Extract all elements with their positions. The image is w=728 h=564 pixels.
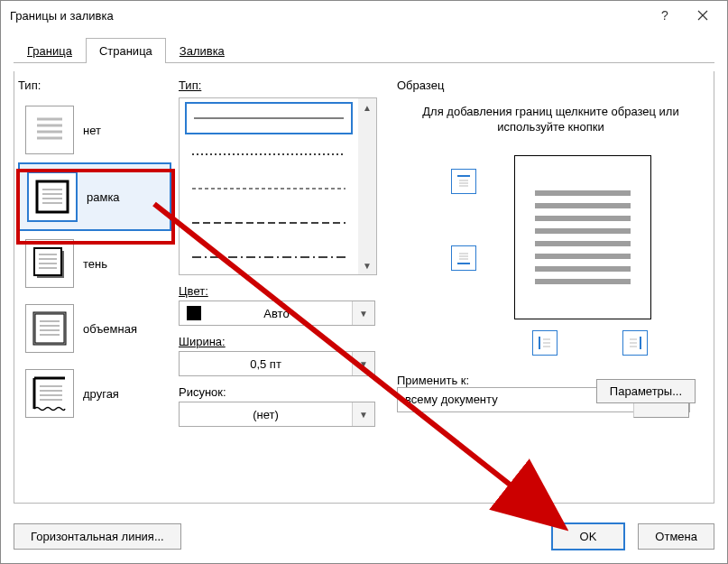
color-value: Авто [201, 307, 352, 320]
setting-list: нет рамка тень [18, 97, 171, 426]
setting-none-label: нет [83, 124, 101, 137]
dropdown-icon[interactable]: ▼ [352, 352, 374, 375]
style-label: Тип: [179, 79, 386, 92]
ok-button[interactable]: OK [551, 522, 626, 550]
cancel-button[interactable]: Отмена [638, 523, 714, 550]
art-label: Рисунок: [179, 385, 386, 399]
content-panel: Тип: нет рамка [14, 71, 714, 504]
tab-border[interactable]: Граница [14, 38, 86, 63]
line-style-dashed-fine[interactable] [185, 172, 353, 205]
art-combo[interactable]: (нет) ▼ [179, 402, 375, 427]
svg-rect-4 [37, 181, 68, 212]
setting-none[interactable]: нет [18, 97, 171, 162]
setting-custom[interactable]: другая [18, 361, 171, 426]
shadow-icon [25, 239, 74, 288]
color-combo[interactable]: Авто ▼ [179, 300, 375, 326]
edge-right-button[interactable] [622, 330, 648, 356]
box-icon [27, 171, 78, 222]
bottom-bar: Горизонтальная линия... OK Отмена [14, 522, 714, 550]
edge-left-button[interactable] [532, 330, 558, 356]
setting-box-label: рамка [87, 190, 120, 204]
color-label: Цвет: [179, 284, 386, 298]
none-icon [25, 106, 74, 154]
width-value: 0,5 пт [180, 357, 352, 371]
close-button[interactable] [684, 3, 722, 28]
setting-box[interactable]: рамка [18, 162, 171, 231]
setting-shadow[interactable]: тень [18, 231, 171, 296]
dropdown-icon[interactable]: ▼ [352, 301, 374, 325]
tab-page[interactable]: Страница [86, 38, 166, 63]
preview-column: Образец Для добавления границ щелкните о… [397, 79, 705, 412]
tab-fill[interactable]: Заливка [166, 38, 238, 63]
art-value: (нет) [180, 408, 352, 421]
preview-area [397, 146, 705, 327]
setting-3d[interactable]: объемная [18, 296, 171, 361]
line-style-dashed[interactable] [185, 207, 353, 239]
color-swatch [187, 306, 201, 320]
style-column: Тип: [179, 79, 386, 427]
edge-top-button[interactable] [451, 169, 476, 194]
scroll-down-icon[interactable]: ▼ [358, 256, 376, 274]
tab-strip: Граница Страница Заливка [14, 37, 714, 63]
preview-label: Образец [397, 79, 705, 92]
dialog-window: Границы и заливка ? Граница Страница Зал… [0, 0, 728, 564]
line-style-solid-thin[interactable] [185, 102, 353, 134]
setting-custom-label: другая [83, 387, 119, 401]
setting-column: Тип: нет рамка [18, 79, 171, 426]
preview-text-lines [535, 190, 631, 284]
edge-bottom-button[interactable] [451, 245, 476, 271]
threeD-icon [25, 304, 74, 353]
width-combo[interactable]: 0,5 пт ▼ [179, 351, 375, 376]
line-style-scrollbar[interactable]: ▲ ▼ [358, 98, 376, 274]
width-label: Ширина: [179, 335, 386, 348]
line-style-dotted[interactable] [185, 138, 353, 171]
preview-hint: Для добавления границ щелкните образец и… [397, 97, 705, 139]
svg-rect-15 [34, 313, 65, 344]
custom-icon [25, 369, 74, 418]
setting-3d-label: объемная [83, 322, 137, 336]
setting-label: Тип: [18, 79, 171, 92]
line-style-dash-dot[interactable] [185, 241, 353, 273]
titlebar: Границы и заливка ? [1, 1, 727, 30]
horizontal-line-button[interactable]: Горизонтальная линия... [14, 523, 181, 550]
options-button[interactable]: Параметры... [596, 379, 696, 403]
scroll-up-icon[interactable]: ▲ [358, 98, 376, 116]
line-style-list[interactable]: ▲ ▼ [179, 97, 377, 275]
svg-rect-16 [34, 313, 65, 344]
svg-rect-10 [34, 248, 61, 275]
help-button[interactable]: ? [646, 3, 684, 28]
preview-page[interactable] [514, 155, 651, 319]
window-title: Границы и заливка [10, 9, 646, 23]
setting-shadow-label: тень [83, 257, 107, 271]
dropdown-icon[interactable]: ▼ [352, 402, 374, 426]
